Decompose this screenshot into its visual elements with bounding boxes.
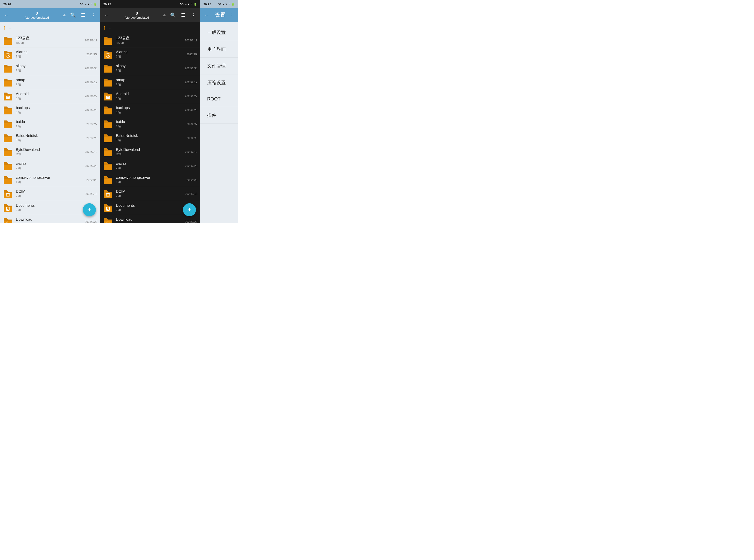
list-item[interactable]: alipay2 项2023/1/30	[100, 61, 200, 75]
more-menu-button-2[interactable]: ⋮	[189, 11, 198, 20]
settings-item-0[interactable]: 一般设置	[200, 24, 238, 41]
folder-icon	[3, 35, 13, 45]
more-menu-button-1[interactable]: ⋮	[89, 11, 98, 20]
search-button-2[interactable]: 🔍	[169, 11, 177, 20]
parent-dir-label-2: ..	[109, 25, 111, 30]
file-name: baidu	[116, 120, 125, 124]
current-path-2: /storage/emulated	[125, 16, 149, 19]
file-meta: 33 项	[16, 222, 23, 223]
list-item[interactable]: baidu1 项2023/2/7	[100, 117, 200, 131]
file-name: cache	[16, 162, 26, 165]
folder-icon	[3, 217, 13, 223]
file-items-container-2: 123云盘182 项2023/2/12 Alarms1 项2022/9/9 al…	[100, 34, 200, 223]
file-list-2: ↑ .. 123云盘182 项2023/2/12 Alarms1 项2022/9…	[100, 22, 200, 223]
file-meta: 2 项	[16, 83, 21, 86]
list-item[interactable]: Android6 项2023/1/22	[100, 89, 200, 103]
folder-icon	[3, 119, 13, 129]
list-item[interactable]: Android6 项2023/1/22	[0, 89, 100, 103]
settings-title: 设置	[215, 12, 225, 19]
file-date: 2023/2/7	[86, 123, 97, 126]
file-name: baidu	[16, 120, 25, 124]
list-item[interactable]: cache2 项2023/2/23	[0, 159, 100, 173]
parent-dir-item-2[interactable]: ↑ ..	[100, 22, 200, 34]
fab-label-1: +	[87, 206, 92, 214]
status-icons-2: 5G ▲▼ ≡ 🔋	[180, 3, 197, 6]
file-name: BaiduNetdisk	[16, 134, 38, 138]
list-item[interactable]: amap2 项2023/2/12	[0, 75, 100, 89]
panel-light-file-manager: 20:20 5G ▲▼ ≡ 🔋 ← 0 /storage/emulated 🔍 …	[0, 0, 100, 223]
file-meta: 7 项	[116, 195, 121, 198]
search-button-1[interactable]: 🔍	[69, 11, 77, 20]
list-item[interactable]: 123云盘182 项2023/2/12	[100, 34, 200, 47]
list-item[interactable]: alipay2 项2023/1/30	[0, 61, 100, 75]
svg-point-4	[8, 97, 9, 98]
folder-icon	[103, 35, 113, 45]
svg-point-3	[6, 97, 8, 98]
parent-up-arrow-2: ↑	[103, 24, 106, 32]
list-item[interactable]: backups3 项2022/9/23	[100, 103, 200, 117]
list-item[interactable]: DCIM7 项2023/2/18	[0, 187, 100, 201]
list-item[interactable]: Download33 项2023/2/20	[100, 215, 200, 223]
file-name: DCIM	[116, 189, 125, 194]
file-date: 2022/9/9	[187, 178, 197, 182]
folder-icon	[3, 203, 13, 213]
file-name: ByteDownload	[116, 148, 140, 152]
back-button-3[interactable]: ←	[202, 11, 211, 20]
file-name: ByteDownload	[16, 148, 40, 152]
list-item[interactable]: amap2 项2023/2/12	[100, 75, 200, 89]
file-date: 2023/2/7	[187, 123, 197, 126]
list-item[interactable]: DCIM7 项2023/2/18	[100, 187, 200, 201]
settings-item-1[interactable]: 用户界面	[200, 41, 238, 58]
settings-item-3[interactable]: 压缩设置	[200, 75, 238, 91]
list-view-button-2[interactable]: ☰	[179, 11, 188, 20]
top-bar-1: ← 0 /storage/emulated 🔍 ☰ ⋮	[0, 8, 100, 22]
list-item[interactable]: 123云盘182 项2023/2/12	[0, 34, 100, 47]
file-meta: 182 项	[116, 41, 124, 45]
status-bar-1: 20:20 5G ▲▼ ≡ 🔋	[0, 0, 100, 8]
list-item[interactable]: Download33 项2023/2/20	[0, 215, 100, 223]
more-menu-button-3[interactable]: ⋮	[227, 11, 235, 20]
file-meta: 2 项	[16, 166, 21, 170]
list-item[interactable]: BaiduNetdisk5 项2023/2/8	[0, 131, 100, 145]
time-1: 20:20	[3, 3, 11, 6]
list-item[interactable]: com.vivo.upnpserver1 项2022/9/9	[0, 173, 100, 187]
file-name: com.vivo.upnpserver	[16, 176, 50, 180]
fab-1[interactable]: +	[83, 203, 96, 216]
file-name: com.vivo.upnpserver	[116, 176, 150, 180]
folder-icon	[3, 91, 13, 101]
list-item[interactable]: Alarms1 项2022/9/9	[0, 47, 100, 61]
settings-item-2[interactable]: 文件管理	[200, 58, 238, 75]
back-button-1[interactable]: ←	[2, 11, 11, 20]
file-name: Android	[116, 92, 129, 96]
folder-icon	[3, 175, 13, 185]
list-item[interactable]: com.vivo.upnpserver1 项2022/9/9	[100, 173, 200, 187]
folder-icon	[103, 49, 113, 60]
list-view-button-1[interactable]: ☰	[79, 11, 88, 20]
list-item[interactable]: baidu1 项2023/2/7	[0, 117, 100, 131]
status-icons-3: 5G ▲▼ ≡ 🔋	[218, 3, 235, 6]
file-meta: 1 项	[116, 180, 121, 184]
list-item[interactable]: cache2 项2023/2/23	[100, 159, 200, 173]
file-meta: 1 项	[16, 180, 21, 184]
list-item[interactable]: backups3 项2022/9/23	[0, 103, 100, 117]
svg-point-19	[108, 97, 110, 98]
file-date: 2022/9/23	[185, 108, 197, 112]
file-date: 2022/9/23	[85, 108, 97, 112]
parent-dir-item-1[interactable]: ↑ ..	[0, 22, 100, 34]
file-date: 2023/1/22	[85, 95, 97, 98]
file-name: alipay	[16, 64, 25, 68]
settings-item-4[interactable]: ROOT	[200, 91, 238, 107]
settings-item-5[interactable]: 插件	[200, 107, 238, 124]
file-date: 2023/2/12	[85, 151, 97, 154]
fab-2[interactable]: +	[183, 203, 196, 216]
file-items-container-1: 123云盘182 项2023/2/12 Alarms1 项2022/9/9 al…	[0, 34, 100, 223]
top-bar-3: ← 设置 ⋮	[200, 8, 238, 22]
file-meta: 2 项	[16, 208, 21, 212]
list-item[interactable]: Alarms1 项2022/9/9	[100, 47, 200, 61]
file-meta: 2 项	[116, 69, 121, 72]
list-item[interactable]: ByteDownload空的2023/2/12	[100, 145, 200, 159]
list-item[interactable]: BaiduNetdisk5 项2023/2/8	[100, 131, 200, 145]
file-name: Alarms	[16, 50, 27, 54]
back-button-2[interactable]: ←	[102, 11, 111, 20]
list-item[interactable]: ByteDownload空的2023/2/12	[0, 145, 100, 159]
